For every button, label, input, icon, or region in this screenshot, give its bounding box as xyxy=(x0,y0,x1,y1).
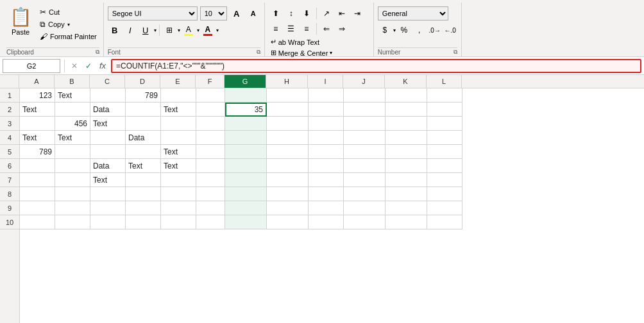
text-direction-button[interactable]: ↗ xyxy=(319,6,334,21)
cell-B4[interactable]: Text xyxy=(55,131,90,145)
cell-B1[interactable]: Text xyxy=(55,88,90,103)
cell-H5[interactable] xyxy=(267,145,309,159)
cell-D7[interactable] xyxy=(126,173,161,187)
cell-L3[interactable] xyxy=(427,117,462,131)
cell-A4[interactable]: Text xyxy=(20,131,55,145)
cell-I6[interactable] xyxy=(309,159,344,173)
cell-G5[interactable] xyxy=(225,145,267,159)
cell-A3[interactable] xyxy=(20,117,55,131)
cell-D10[interactable] xyxy=(126,215,161,229)
row-header-6[interactable]: 6 xyxy=(0,159,19,173)
cell-L5[interactable] xyxy=(427,145,462,159)
cell-J10[interactable] xyxy=(344,215,386,229)
font-name-select[interactable]: Segoe UI xyxy=(108,6,198,21)
cell-C6[interactable]: Data xyxy=(90,159,126,173)
cell-A1[interactable]: 123 xyxy=(20,88,55,103)
cell-K5[interactable] xyxy=(386,145,427,159)
cell-D2[interactable] xyxy=(126,103,161,117)
cell-A9[interactable] xyxy=(20,201,55,215)
cell-D6[interactable]: Text xyxy=(126,159,161,173)
cell-B7[interactable] xyxy=(55,173,90,187)
cell-F3[interactable] xyxy=(196,117,225,131)
cell-J5[interactable] xyxy=(344,145,386,159)
cell-D9[interactable] xyxy=(126,201,161,215)
col-header-C[interactable]: C xyxy=(90,75,125,88)
cell-K9[interactable] xyxy=(386,201,427,215)
cell-C3[interactable]: Text xyxy=(90,117,126,131)
col-header-E[interactable]: E xyxy=(160,75,196,88)
cell-G7[interactable] xyxy=(225,173,267,187)
cell-L2[interactable] xyxy=(427,103,462,117)
cell-G6[interactable] xyxy=(225,159,267,173)
cell-B8[interactable] xyxy=(55,187,90,201)
cell-I4[interactable] xyxy=(309,131,344,145)
cell-D8[interactable] xyxy=(126,187,161,201)
cell-K3[interactable] xyxy=(386,117,427,131)
cell-K2[interactable] xyxy=(386,103,427,117)
cell-A6[interactable] xyxy=(20,159,55,173)
cell-F6[interactable] xyxy=(196,159,225,173)
cell-A2[interactable]: Text xyxy=(20,103,55,117)
cell-H8[interactable] xyxy=(267,187,309,201)
cell-F7[interactable] xyxy=(196,173,225,187)
cell-C2[interactable]: Data xyxy=(90,103,126,117)
formula-input[interactable] xyxy=(111,59,641,73)
cell-J8[interactable] xyxy=(344,187,386,201)
cell-J6[interactable] xyxy=(344,159,386,173)
row-header-7[interactable]: 7 xyxy=(0,173,19,187)
confirm-icon[interactable]: ✓ xyxy=(83,60,94,72)
font-increase-button[interactable]: A xyxy=(230,6,244,21)
font-color-button[interactable]: A xyxy=(201,23,215,37)
col-header-H[interactable]: H xyxy=(266,75,308,88)
cell-G9[interactable] xyxy=(225,201,267,215)
cell-G4[interactable] xyxy=(225,131,267,145)
cell-L8[interactable] xyxy=(427,187,462,201)
number-format-select[interactable]: General xyxy=(378,6,448,21)
fx-icon[interactable]: fx xyxy=(97,60,108,72)
cell-C4[interactable] xyxy=(90,131,126,145)
cell-K8[interactable] xyxy=(386,187,427,201)
cell-L1[interactable] xyxy=(427,88,462,103)
cell-L10[interactable] xyxy=(427,215,462,229)
cell-H2[interactable] xyxy=(267,103,309,117)
cell-F4[interactable] xyxy=(196,131,225,145)
row-header-8[interactable]: 8 xyxy=(0,187,19,201)
font-expand-icon[interactable]: ⧉ xyxy=(257,49,260,56)
cell-G2[interactable]: 35 xyxy=(225,103,267,117)
cut-button[interactable]: ✂ Cut xyxy=(37,6,99,18)
cell-A7[interactable] xyxy=(20,173,55,187)
cell-B2[interactable] xyxy=(55,103,90,117)
col-header-F[interactable]: F xyxy=(196,75,225,88)
cell-F5[interactable] xyxy=(196,145,225,159)
align-bottom-button[interactable]: ⬇ xyxy=(300,6,314,21)
cell-B9[interactable] xyxy=(55,201,90,215)
cell-E4[interactable] xyxy=(161,131,196,145)
col-header-G[interactable]: G xyxy=(225,75,266,88)
row-header-5[interactable]: 5 xyxy=(0,145,19,159)
name-box[interactable] xyxy=(3,59,60,73)
col-header-K[interactable]: K xyxy=(385,75,427,88)
cell-C9[interactable] xyxy=(90,201,126,215)
cell-F8[interactable] xyxy=(196,187,225,201)
font-decrease-button[interactable]: A xyxy=(246,6,260,21)
row-header-9[interactable]: 9 xyxy=(0,201,19,215)
cell-H10[interactable] xyxy=(267,215,309,229)
cell-G10[interactable] xyxy=(225,215,267,229)
font-size-select[interactable]: 10 xyxy=(200,6,227,21)
col-header-L[interactable]: L xyxy=(427,75,462,88)
cancel-icon[interactable]: ✕ xyxy=(69,60,80,72)
cell-A5[interactable]: 789 xyxy=(20,145,55,159)
underline-button[interactable]: U xyxy=(139,23,153,37)
cell-C7[interactable]: Text xyxy=(90,173,126,187)
cell-G8[interactable] xyxy=(225,187,267,201)
clipboard-expand-icon[interactable]: ⧉ xyxy=(96,49,99,56)
cell-D3[interactable] xyxy=(126,117,161,131)
row-header-4[interactable]: 4 xyxy=(0,131,19,145)
cell-E10[interactable] xyxy=(161,215,196,229)
align-center-button[interactable]: ☰ xyxy=(284,22,298,36)
cell-E9[interactable] xyxy=(161,201,196,215)
cell-H7[interactable] xyxy=(267,173,309,187)
cell-I1[interactable] xyxy=(309,88,344,103)
cell-I8[interactable] xyxy=(309,187,344,201)
cell-D4[interactable]: Data xyxy=(126,131,161,145)
